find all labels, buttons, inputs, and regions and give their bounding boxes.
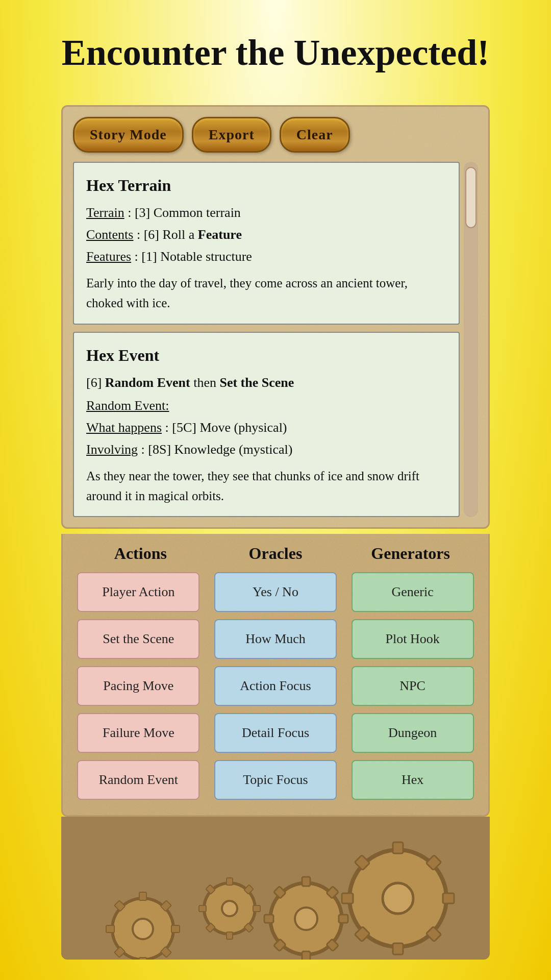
scroll-area: Hex Terrain Terrain : [3] Common terrain… xyxy=(73,162,478,517)
random-event-label: Random Event: xyxy=(86,398,169,413)
svg-rect-13 xyxy=(302,951,310,960)
svg-rect-2 xyxy=(393,842,403,853)
hex-terrain-title: Hex Terrain xyxy=(86,173,446,198)
svg-rect-23 xyxy=(227,932,233,939)
svg-rect-32 xyxy=(139,892,146,900)
svg-point-1 xyxy=(383,883,413,914)
terrain-label: Terrain xyxy=(86,205,124,220)
svg-rect-5 xyxy=(342,893,353,903)
svg-point-31 xyxy=(133,919,153,939)
hex-terrain-story: Early into the day of travel, they come … xyxy=(86,274,446,313)
generic-button[interactable]: Generic xyxy=(352,572,474,612)
set-the-scene-button[interactable]: Set the Scene xyxy=(77,619,199,659)
svg-point-21 xyxy=(222,901,237,916)
topic-focus-button[interactable]: Topic Focus xyxy=(214,760,337,800)
svg-rect-4 xyxy=(443,893,454,903)
export-button[interactable]: Export xyxy=(192,117,271,153)
toolbar: Story Mode Export Clear xyxy=(73,117,478,153)
scrollbar[interactable] xyxy=(464,162,478,517)
player-action-button[interactable]: Player Action xyxy=(77,572,199,612)
hex-event-card: Hex Event [6] Random Event then Set the … xyxy=(73,332,460,518)
contents-value: : [6] Roll a xyxy=(137,227,198,242)
svg-rect-3 xyxy=(393,943,403,954)
svg-rect-15 xyxy=(264,915,273,923)
button-row-5: Random Event Topic Focus Hex xyxy=(73,760,478,800)
svg-rect-22 xyxy=(227,878,233,885)
generators-header: Generators xyxy=(349,544,472,563)
what-happens-value: : [5C] Move (physical) xyxy=(165,420,287,435)
svg-rect-25 xyxy=(199,905,206,912)
oracles-header: Oracles xyxy=(214,544,337,563)
involving-value: : [8S] Knowledge (mystical) xyxy=(141,442,293,457)
hex-terrain-card: Hex Terrain Terrain : [3] Common terrain… xyxy=(73,162,460,325)
clear-button[interactable]: Clear xyxy=(280,117,350,153)
story-mode-button[interactable]: Story Mode xyxy=(73,117,184,153)
involving-label: Involving xyxy=(86,442,138,457)
hex-event-story: As they near the tower, they see that ch… xyxy=(86,467,446,506)
action-focus-button[interactable]: Action Focus xyxy=(214,666,337,706)
gears-background xyxy=(61,817,490,960)
svg-rect-12 xyxy=(302,877,310,886)
contents-label: Contents xyxy=(86,227,133,242)
button-grid: Player Action Yes / No Generic Set the S… xyxy=(73,572,478,800)
svg-rect-24 xyxy=(253,905,260,912)
pacing-move-button[interactable]: Pacing Move xyxy=(77,666,199,706)
page-title: Encounter the Unexpected! xyxy=(21,31,531,75)
button-row-2: Set the Scene How Much Plot Hook xyxy=(73,619,478,659)
how-much-button[interactable]: How Much xyxy=(214,619,337,659)
failure-move-button[interactable]: Failure Move xyxy=(77,713,199,753)
content-area: Hex Terrain Terrain : [3] Common terrain… xyxy=(73,162,460,517)
button-row-3: Pacing Move Action Focus NPC xyxy=(73,666,478,706)
actions-header: Actions xyxy=(79,544,202,563)
npc-button[interactable]: NPC xyxy=(352,666,474,706)
random-event-button[interactable]: Random Event xyxy=(77,760,199,800)
main-panel: Story Mode Export Clear Hex Terrain Terr… xyxy=(61,105,490,529)
plot-hook-button[interactable]: Plot Hook xyxy=(352,619,474,659)
svg-rect-34 xyxy=(171,925,180,933)
svg-rect-35 xyxy=(106,925,114,933)
yes-no-button[interactable]: Yes / No xyxy=(214,572,337,612)
detail-focus-button[interactable]: Detail Focus xyxy=(214,713,337,753)
what-happens-label: What happens xyxy=(86,420,162,435)
column-headers: Actions Oracles Generators xyxy=(73,544,478,563)
features-label: Features xyxy=(86,249,131,264)
scrollbar-thumb xyxy=(465,167,477,228)
svg-point-11 xyxy=(295,908,317,930)
hex-button[interactable]: Hex xyxy=(352,760,474,800)
button-row-4: Failure Move Detail Focus Dungeon xyxy=(73,713,478,753)
hex-event-intro: [6] xyxy=(86,375,105,390)
svg-rect-33 xyxy=(139,958,146,960)
features-value: : [1] Notable structure xyxy=(135,249,252,264)
button-row-1: Player Action Yes / No Generic xyxy=(73,572,478,612)
bottom-panel: Actions Oracles Generators Player Action… xyxy=(61,534,490,817)
svg-rect-14 xyxy=(339,915,348,923)
hex-event-title: Hex Event xyxy=(86,343,446,368)
terrain-value: : [3] Common terrain xyxy=(128,205,241,220)
dungeon-button[interactable]: Dungeon xyxy=(352,713,474,753)
